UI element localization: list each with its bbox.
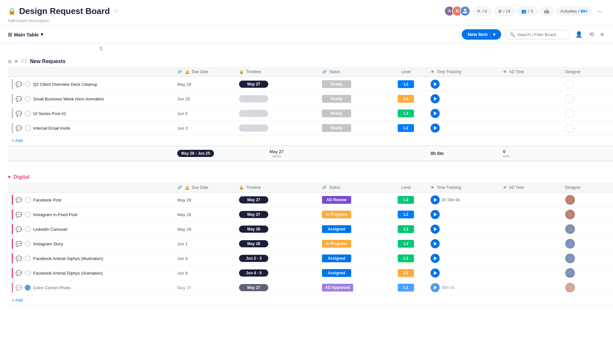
status-badge[interactable]: Ready <box>322 124 351 132</box>
th-due-date-digital[interactable]: 🔗 🔔 Due Date <box>173 183 235 193</box>
level-badge[interactable]: L3 <box>398 240 414 248</box>
automations-btn[interactable]: ⟳ / 0 <box>473 7 491 16</box>
sort-icon[interactable]: ⇅ <box>99 46 103 52</box>
check-circle[interactable] <box>25 270 31 276</box>
group-drag-new-requests[interactable]: ⠿⠿ <box>21 59 27 64</box>
level-badge[interactable]: L2 <box>398 211 414 218</box>
play-button[interactable] <box>431 225 440 234</box>
play-button[interactable] <box>431 254 440 263</box>
status-badge[interactable]: Assigned <box>322 269 351 277</box>
level-badge[interactable]: L2 <box>398 80 414 88</box>
check-circle[interactable] <box>25 241 31 247</box>
comment-icon[interactable]: 💬 <box>16 226 22 232</box>
comment-icon[interactable]: 💬 <box>16 255 22 262</box>
play-button[interactable] <box>431 268 440 278</box>
comment-icon[interactable]: 💬 <box>16 197 22 203</box>
timeline-pill[interactable]: May 27 <box>239 196 268 203</box>
th-timeline-new-requests[interactable]: 🔒 Timeline <box>235 67 318 77</box>
th-status-new-requests[interactable]: 🔗 Status <box>318 67 385 77</box>
th-time-tracking-digital[interactable]: 👁 Time Tracking <box>427 183 499 193</box>
comment-icon[interactable]: 💬 <box>16 96 22 102</box>
play-button[interactable] <box>431 80 440 89</box>
th-time-tracking-new-requests[interactable]: 👁 Time Tracking <box>427 67 499 77</box>
play-button[interactable] <box>431 195 440 204</box>
play-button[interactable] <box>431 94 440 103</box>
check-circle[interactable] <box>25 255 31 261</box>
status-badge[interactable]: In Progress <box>322 211 351 218</box>
play-button[interactable] <box>431 239 440 248</box>
status-badge[interactable]: In Progress <box>322 240 351 248</box>
profile-icon-btn[interactable]: 👤 <box>574 30 584 39</box>
comment-icon[interactable]: 💬 <box>16 212 22 218</box>
th-designer-digital[interactable]: Designer <box>561 183 613 193</box>
th-status-digital[interactable]: 🔗 Status <box>318 183 385 193</box>
more-button[interactable]: ··· <box>594 6 605 16</box>
status-badge[interactable]: Ready <box>322 80 351 88</box>
group-collapse-new-requests[interactable]: ⊙ <box>8 59 12 64</box>
timeline-pill[interactable]: May 27 <box>239 284 268 291</box>
settings-icon-btn[interactable]: ⟲ <box>588 30 595 39</box>
level-badge[interactable]: L3 <box>398 196 414 204</box>
status-badge[interactable]: Ready <box>322 95 351 103</box>
star-icon[interactable]: ☆ <box>113 7 118 15</box>
comment-icon[interactable]: 💬 <box>16 241 22 247</box>
check-circle[interactable] <box>25 212 31 217</box>
main-table-button[interactable]: ⊞ Main Table ▾ <box>8 32 43 38</box>
add-item-button[interactable]: + Add <box>12 297 23 303</box>
th-designer-new-requests[interactable]: Designer <box>561 67 613 77</box>
status-badge[interactable]: Ready <box>322 110 351 117</box>
th-ad-time-new-requests[interactable]: 👁 AD Time <box>499 67 561 77</box>
comment-icon[interactable]: 💬 <box>16 285 22 291</box>
timeline-pill[interactable]: May 28 <box>239 226 268 233</box>
item-name[interactable]: Instagram Story <box>33 241 63 246</box>
check-circle[interactable] <box>25 125 31 131</box>
th-timeline-digital[interactable]: 🔒 Timeline <box>235 183 318 193</box>
timeline-pill[interactable]: Jun 4 - 5 <box>239 269 268 277</box>
item-name[interactable]: Facebook Post <box>33 198 61 202</box>
check-circle[interactable] <box>25 96 31 102</box>
timeline-pill[interactable]: May 28 <box>239 240 268 247</box>
item-name[interactable]: UI Series Post #2 <box>33 111 66 116</box>
new-item-button[interactable]: New Item ▾ <box>462 29 501 40</box>
comment-icon[interactable]: 💬 <box>16 110 22 117</box>
level-badge[interactable]: L2 <box>398 124 414 132</box>
timeline-pill[interactable]: Jun 2 - 3 <box>239 255 268 262</box>
timeline-pill[interactable]: - <box>239 124 268 132</box>
item-name[interactable]: Internal Email Invite <box>33 126 70 131</box>
item-name[interactable]: Color Correct Photo <box>33 285 71 290</box>
integrations-btn[interactable]: ⊞ / 19 <box>494 7 515 16</box>
check-circle[interactable] <box>25 81 31 87</box>
activities-btn[interactable]: Activities / 99+ <box>556 7 592 16</box>
status-badge[interactable]: Assigned <box>322 254 351 262</box>
th-level-digital[interactable]: Level <box>385 183 427 193</box>
timeline-pill[interactable]: - <box>239 95 268 102</box>
play-button[interactable] <box>431 109 440 118</box>
status-badge[interactable]: AD Approved <box>322 284 353 292</box>
level-badge[interactable]: L4 <box>398 95 414 103</box>
item-name[interactable]: Facebook Animal Giphys (Illustration) <box>33 256 103 261</box>
item-name[interactable]: Instagram In-Feed Post <box>33 212 77 217</box>
status-badge[interactable]: Assigned <box>322 225 351 233</box>
invite-btn[interactable]: 👥 / 3 <box>517 7 537 16</box>
level-badge[interactable]: L3 <box>398 110 414 117</box>
play-button[interactable] <box>431 124 440 133</box>
level-badge[interactable]: L3 <box>398 254 414 262</box>
check-circle[interactable] <box>25 197 31 203</box>
th-ad-time-digital[interactable]: 👁 AD Time <box>499 183 561 193</box>
check-circle[interactable] <box>25 110 31 116</box>
timeline-pill[interactable]: May 27 <box>239 211 268 218</box>
comment-icon[interactable]: 💬 <box>16 81 22 87</box>
level-badge[interactable]: L4 <box>398 269 414 277</box>
item-name[interactable]: Facebook Animal Giphys (Animation) <box>33 271 103 276</box>
level-badge[interactable]: L3 <box>398 225 414 233</box>
th-level-new-requests[interactable]: Level <box>385 67 427 77</box>
avatar-3[interactable] <box>460 6 470 16</box>
group-close-new-requests[interactable]: ✕ <box>14 59 18 64</box>
ai-btn[interactable]: 🤖 <box>540 7 553 16</box>
play-button[interactable] <box>431 283 440 292</box>
add-item-button[interactable]: + Add <box>12 137 23 144</box>
timeline-pill[interactable]: May 27 <box>239 81 268 88</box>
timeline-pill[interactable]: - <box>239 110 268 117</box>
th-due-date-new-requests[interactable]: 🔗 🔔 Due Date <box>173 67 235 77</box>
level-badge[interactable]: L1 <box>398 284 414 292</box>
